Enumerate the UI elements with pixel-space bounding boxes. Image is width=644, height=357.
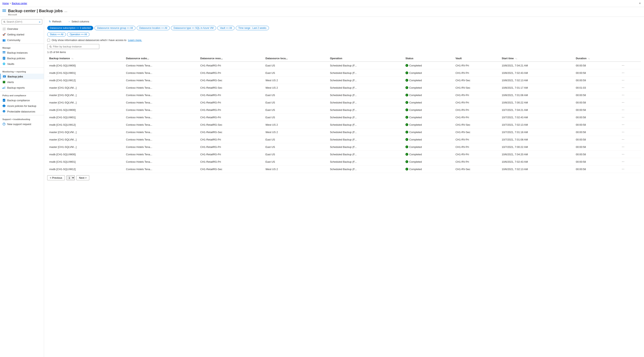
filter-location[interactable]: Datasource location == All xyxy=(137,26,170,30)
next-page-button[interactable]: Next > xyxy=(76,175,89,180)
sidebar-item-new-support[interactable]: ? New support request xyxy=(0,121,44,127)
sidebar-item-protectable-datasources[interactable]: Protectable datasources xyxy=(0,109,44,114)
hamburger-menu[interactable] xyxy=(2,10,6,12)
row-more-button[interactable]: ··· xyxy=(620,78,626,82)
svg-rect-15 xyxy=(2,88,3,89)
row-more-button[interactable]: ··· xyxy=(620,130,626,134)
filter-type[interactable]: Datasource type == SQL in Azure VM xyxy=(171,26,216,30)
refresh-button[interactable]: ↻ Refresh xyxy=(47,19,63,24)
cell-datasource-reso: CH1-RetailRG-Sec xyxy=(198,84,264,92)
row-more-button[interactable]: ··· xyxy=(620,137,626,142)
cell-actions[interactable]: ··· xyxy=(618,151,641,158)
cell-datasource-subs: Contoso Hotels Tena... xyxy=(124,158,198,166)
sidebar-collapse-button[interactable]: « xyxy=(39,20,40,24)
sidebar-item-backup-reports[interactable]: Backup reports xyxy=(0,85,44,90)
datasource-access-checkbox[interactable] xyxy=(47,39,50,42)
sidebar-divider-4 xyxy=(0,115,44,115)
cell-status: Completed xyxy=(404,77,454,84)
close-button[interactable]: × xyxy=(638,1,642,6)
sidebar-item-vaults[interactable]: Vaults xyxy=(0,61,44,67)
cell-actions[interactable]: ··· xyxy=(618,62,641,69)
cell-backup-instance: master [CH1-SQLVM...] xyxy=(47,92,124,99)
row-more-button[interactable]: ··· xyxy=(620,63,626,68)
learn-more-link[interactable]: Learn more. xyxy=(128,38,142,42)
table-row: msdb [CH1-SQLVM01]Contoso Hotels Tena...… xyxy=(47,69,641,77)
cell-datasource-reso: CH1-RetailRG-Sec xyxy=(198,128,264,136)
select-columns-button[interactable]: → Select columns xyxy=(66,19,91,24)
cell-status: Completed xyxy=(404,99,454,106)
row-more-button[interactable]: ··· xyxy=(620,122,626,127)
filter-subscription[interactable]: Datasource subscription == 3 selected xyxy=(47,26,93,30)
cell-vault: CH1-RV-Pri xyxy=(454,136,500,143)
cell-actions[interactable]: ··· xyxy=(618,121,641,128)
previous-page-button[interactable]: < Previous xyxy=(47,175,65,180)
sidebar-item-backup-instances[interactable]: Backup instances xyxy=(0,50,44,56)
community-icon: 👥 xyxy=(2,38,6,42)
cell-actions[interactable]: ··· xyxy=(618,114,641,121)
cell-actions[interactable]: ··· xyxy=(618,128,641,136)
cell-actions[interactable]: ··· xyxy=(618,166,641,173)
cell-datasource-loca: West US 2 xyxy=(264,166,328,173)
row-more-button[interactable]: ··· xyxy=(620,160,626,164)
sidebar-item-label: Backup reports xyxy=(7,86,24,89)
row-more-button[interactable]: ··· xyxy=(620,167,626,171)
table-row: master [CH1-SQLVM...]Contoso Hotels Tena… xyxy=(47,99,641,106)
cell-actions[interactable]: ··· xyxy=(618,92,641,99)
sidebar-item-label: Backup instances xyxy=(7,51,28,54)
cell-datasource-loca: East US xyxy=(264,62,328,69)
table-body: msdb [CH1-SQLVM00]Contoso Hotels Tena...… xyxy=(47,62,641,173)
sidebar-item-community[interactable]: 👥 Community xyxy=(0,37,44,43)
row-more-button[interactable]: ··· xyxy=(620,145,626,149)
cell-actions[interactable]: ··· xyxy=(618,77,641,84)
filter-status[interactable]: Status == All xyxy=(47,32,66,36)
cell-actions[interactable]: ··· xyxy=(618,99,641,106)
svg-point-0 xyxy=(4,21,5,22)
search-icon xyxy=(4,20,6,23)
cell-actions[interactable]: ··· xyxy=(618,69,641,77)
filter-resource-group[interactable]: Datasource resource group == All xyxy=(94,26,136,30)
cell-actions[interactable]: ··· xyxy=(618,106,641,114)
row-more-button[interactable]: ··· xyxy=(620,152,626,156)
cell-actions[interactable]: ··· xyxy=(618,136,641,143)
cell-actions[interactable]: ··· xyxy=(618,143,641,151)
cell-actions[interactable]: ··· xyxy=(618,84,641,92)
cell-duration: 00:00:58 xyxy=(574,114,618,121)
cell-duration: 00:00:58 xyxy=(574,99,618,106)
cell-datasource-reso: CH1-RetailRG-Pri xyxy=(198,92,264,99)
row-more-button[interactable]: ··· xyxy=(620,71,626,75)
sidebar-item-alerts[interactable]: ! Alerts xyxy=(0,79,44,85)
col-duration: Duration ↑↓ xyxy=(574,55,618,62)
cell-actions[interactable]: ··· xyxy=(618,158,641,166)
breadcrumb-current[interactable]: Backup center xyxy=(12,2,27,5)
backup-instance-filter-input[interactable] xyxy=(53,45,97,48)
cell-datasource-reso: CH1-RetailRG-Sec xyxy=(198,121,264,128)
cell-datasource-subs: Contoso Hotels Tena... xyxy=(124,136,198,143)
page-select[interactable]: 1 xyxy=(66,175,75,180)
sort-duration-icon[interactable]: ↑↓ xyxy=(588,58,590,60)
filter-operation[interactable]: Operation == All xyxy=(67,32,90,36)
search-input[interactable] xyxy=(6,20,37,23)
sidebar-item-getting-started[interactable]: 🚀 Getting started xyxy=(0,32,44,37)
sidebar-item-backup-policies[interactable]: Backup policies xyxy=(0,56,44,61)
sidebar-item-backup-jobs[interactable]: Backup jobs xyxy=(0,74,44,79)
sidebar-item-backup-compliance[interactable]: Backup compliance xyxy=(0,98,44,103)
cell-duration: 00:00:58 xyxy=(574,69,618,77)
sidebar-item-overview[interactable]: ⬜ Overview xyxy=(0,26,44,32)
sort-start-time-icon[interactable]: ↑↓ xyxy=(515,58,517,60)
row-more-button[interactable]: ··· xyxy=(620,108,626,112)
svg-text:?: ? xyxy=(4,123,4,125)
cell-datasource-loca: East US xyxy=(264,69,328,77)
filter-time-range[interactable]: Time range : Last 2 weeks xyxy=(236,26,269,30)
row-more-button[interactable]: ··· xyxy=(620,100,626,105)
filter-vault[interactable]: Vault == All xyxy=(217,26,234,30)
table-row: msdb [CH1-SQLVM01]Contoso Hotels Tena...… xyxy=(47,158,641,166)
header-ellipsis-button[interactable]: ... xyxy=(64,9,67,13)
row-more-button[interactable]: ··· xyxy=(620,93,626,97)
cell-vault: CH1-RV-Pri xyxy=(454,151,500,158)
row-more-button[interactable]: ··· xyxy=(620,115,626,120)
sort-backup-instance-icon[interactable]: ↑↓ xyxy=(72,58,74,60)
sidebar-item-azure-policies[interactable]: A Azure policies for backup xyxy=(0,103,44,109)
row-more-button[interactable]: ··· xyxy=(620,86,626,90)
breadcrumb-home[interactable]: Home xyxy=(2,2,9,5)
cell-datasource-loca: East US xyxy=(264,158,328,166)
